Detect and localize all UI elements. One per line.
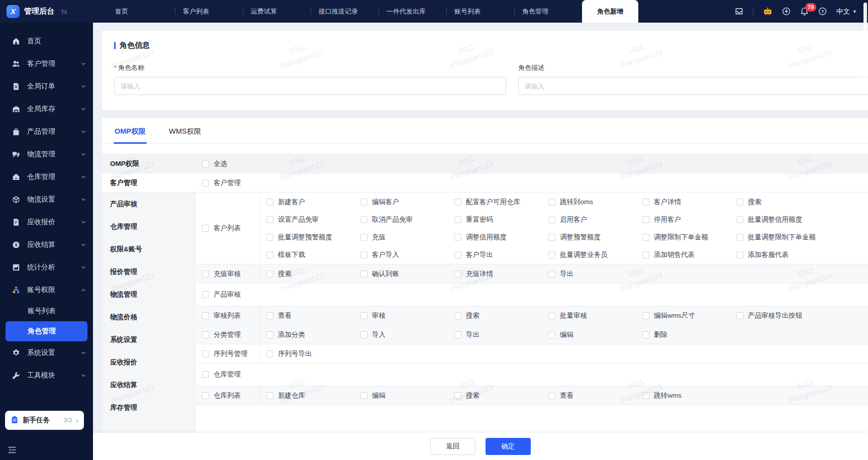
perm-checkbox[interactable]: 分类管理 [202, 330, 241, 339]
checkbox[interactable] [548, 331, 555, 338]
perm-checkbox[interactable]: 编辑客户 [354, 198, 448, 207]
checkbox[interactable] [360, 234, 367, 241]
swap-icon[interactable]: ⇆ [61, 7, 67, 16]
checkbox[interactable] [548, 251, 555, 258]
perm-checkbox[interactable]: 导出 [542, 269, 636, 279]
topbar-tab-6[interactable]: 账号列表 [446, 0, 514, 23]
checkbox[interactable] [548, 312, 555, 319]
perm-checkbox[interactable]: 编辑wms尺寸 [636, 311, 730, 320]
perm-checkbox[interactable]: 搜索 [730, 198, 824, 207]
checkbox[interactable] [266, 350, 273, 357]
inbox-icon[interactable] [735, 7, 743, 16]
checkbox[interactable] [454, 216, 461, 223]
perm-checkbox[interactable]: 新建客户 [260, 198, 354, 207]
perm-nav-item-10[interactable]: 库存管理 [102, 396, 195, 419]
checkbox[interactable] [454, 331, 461, 338]
sidebar-item[interactable]: 全局库存 [0, 98, 93, 120]
perm-checkbox[interactable]: 客户导入 [354, 250, 448, 259]
collapse-sidebar-icon[interactable] [8, 445, 17, 456]
bell-icon[interactable]: 79 [800, 7, 809, 16]
perm-checkbox[interactable]: 添加销售代表 [636, 250, 730, 259]
checkbox[interactable] [202, 371, 209, 378]
checkbox[interactable] [642, 251, 649, 258]
perm-checkbox[interactable]: 删除 [636, 330, 730, 339]
perm-checkbox[interactable]: 添加分类 [260, 330, 354, 339]
checkbox[interactable] [360, 331, 367, 338]
perm-nav-item-8[interactable]: 应收报价 [102, 351, 195, 374]
perm-checkbox[interactable]: 调整限制下单金额 [636, 233, 730, 242]
perm-checkbox[interactable]: 调整预警额度 [542, 233, 636, 242]
topbar-tab-7[interactable]: 角色管理 [514, 0, 582, 23]
checkbox[interactable] [202, 270, 209, 278]
perm-checkbox[interactable]: 批量调整信用额度 [730, 215, 824, 224]
perm-nav-item-7[interactable]: 系统设置 [102, 328, 195, 351]
checkbox[interactable] [202, 225, 209, 232]
topbar-tab-3[interactable]: 运费试算 [243, 0, 311, 23]
checkbox[interactable] [642, 216, 649, 223]
perm-nav-item-1[interactable]: 产品审核 [102, 193, 195, 215]
checkbox[interactable] [360, 251, 367, 258]
perm-nav-item-2[interactable]: 仓库管理 [102, 215, 195, 238]
sidebar-subitem[interactable]: 账号列表 [0, 301, 93, 321]
download-icon[interactable] [782, 7, 791, 16]
robot-assistant-icon[interactable] [763, 7, 773, 16]
perm-nav-item-9[interactable]: 应收结算 [102, 374, 195, 396]
sidebar-item[interactable]: 全局订单 [0, 75, 93, 98]
perm-checkbox[interactable]: 批量审核 [542, 311, 636, 320]
checkbox[interactable] [202, 179, 209, 187]
sidebar-item[interactable]: 账号权限 [0, 279, 93, 301]
checkbox[interactable] [266, 331, 273, 338]
perm-checkbox[interactable]: 调整信用额度 [448, 233, 542, 242]
perm-checkbox[interactable]: 搜索 [448, 391, 542, 400]
perm-checkbox[interactable]: 编辑 [542, 330, 636, 339]
tab-wms-permissions[interactable]: WMS权限 [169, 127, 201, 143]
sidebar-item[interactable]: 应收报价 [0, 211, 93, 233]
scrollbar-thumb[interactable] [863, 3, 867, 83]
checkbox[interactable] [642, 199, 649, 206]
perm-checkbox[interactable]: 停用客户 [636, 215, 730, 224]
checkbox[interactable] [266, 392, 273, 399]
checkbox[interactable] [548, 216, 555, 223]
sidebar-item[interactable]: 系统设置 [0, 341, 93, 364]
select-all-checkbox[interactable]: 全选 [202, 159, 227, 168]
topbar-tab-5[interactable]: 一件代发出库 [378, 0, 446, 23]
checkbox[interactable] [202, 331, 209, 338]
perm-checkbox[interactable]: 充值详情 [448, 269, 542, 279]
perm-checkbox[interactable]: 客户列表 [202, 224, 241, 233]
checkbox[interactable] [454, 234, 461, 241]
perm-checkbox[interactable]: 导入 [354, 330, 448, 339]
topbar-tab-4[interactable]: 接口推送记录 [311, 0, 378, 23]
checkbox[interactable] [736, 312, 743, 319]
perm-checkbox[interactable]: 新建仓库 [260, 391, 354, 400]
checkbox[interactable] [736, 216, 743, 223]
sidebar-item[interactable]: 工具模块 [0, 364, 93, 387]
perm-checkbox[interactable]: 重置密码 [448, 215, 542, 224]
topbar-tab-2[interactable]: 客户列表 [175, 0, 243, 23]
sidebar-item[interactable]: 仓库管理 [0, 165, 93, 188]
checkbox[interactable] [454, 392, 461, 399]
checkbox[interactable] [454, 251, 461, 258]
confirm-button[interactable]: 确定 [486, 438, 531, 455]
perm-checkbox[interactable]: 查看 [260, 311, 354, 320]
checkbox[interactable] [642, 392, 649, 399]
checkbox[interactable] [202, 392, 209, 399]
checkbox[interactable] [454, 199, 461, 206]
checkbox[interactable] [454, 270, 461, 278]
sidebar-item[interactable]: 首页 [0, 30, 93, 52]
checkbox[interactable] [360, 392, 367, 399]
sidebar-item[interactable]: 物流管理 [0, 143, 93, 165]
role-name-input[interactable] [114, 77, 506, 95]
checkbox[interactable] [736, 199, 743, 206]
perm-checkbox[interactable]: 确认到账 [354, 269, 448, 279]
perm-checkbox[interactable]: 批量调整限制下单金额 [730, 233, 824, 242]
perm-checkbox[interactable]: 仓库列表 [202, 391, 241, 400]
perm-checkbox[interactable]: 配置客户可用仓库 [448, 198, 542, 207]
back-button[interactable]: 返回 [430, 438, 475, 455]
language-switcher[interactable]: 中文 ▼ [836, 7, 857, 16]
perm-checkbox[interactable]: 搜索 [448, 311, 542, 320]
sidebar-item[interactable]: 物流设置 [0, 188, 93, 211]
checkbox[interactable] [548, 199, 555, 206]
checkbox[interactable] [454, 312, 461, 319]
checkbox[interactable] [736, 234, 743, 241]
checkbox[interactable] [548, 392, 555, 399]
